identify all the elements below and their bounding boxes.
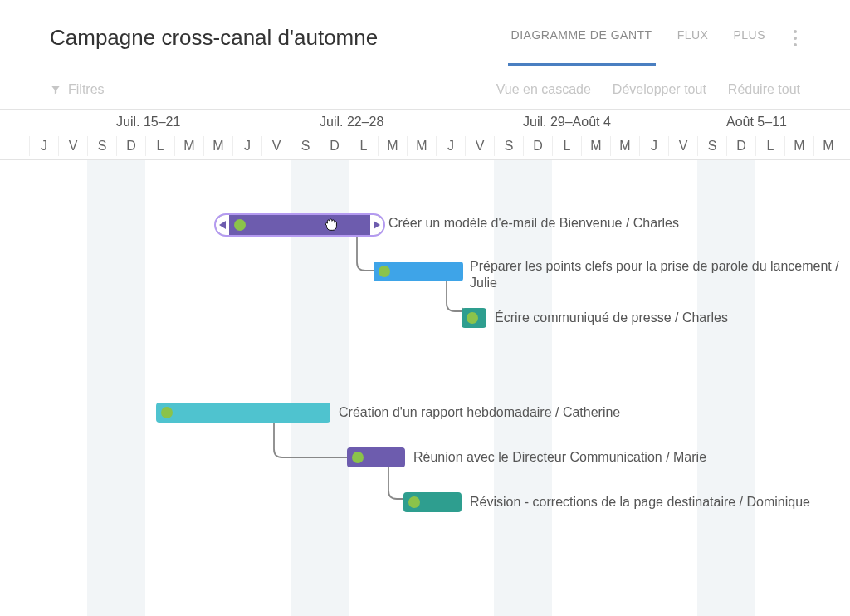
day-header-cell: M xyxy=(407,136,436,156)
day-header-cell: S xyxy=(87,136,116,156)
day-header-cell: L xyxy=(755,136,784,156)
day-header-cell: M xyxy=(174,136,203,156)
day-header-cell: L xyxy=(145,136,174,156)
gantt-bar-t4[interactable] xyxy=(156,403,330,423)
gantt-bar-t3[interactable] xyxy=(462,308,486,328)
day-header-cell: V xyxy=(58,136,87,156)
weekend-column xyxy=(116,160,145,616)
status-dot xyxy=(234,219,246,231)
day-header-cell: V xyxy=(261,136,291,156)
resize-handle-left[interactable] xyxy=(216,215,229,235)
timeline-header: Juil. 15–21Juil. 22–28Juil. 29–Août 4Aoû… xyxy=(0,109,850,160)
gantt-label-t2: Préparer les points clefs pour la prise … xyxy=(470,258,843,291)
gantt-label-t5: Réunion avec le Directeur Communication … xyxy=(413,449,706,466)
tab-flux[interactable]: FLUX xyxy=(677,28,709,48)
day-header-cell: D xyxy=(116,136,145,156)
gantt-bar-t6[interactable] xyxy=(403,492,462,512)
week-label: Juil. 22–28 xyxy=(320,115,383,130)
funnel-icon xyxy=(50,84,61,95)
week-label: Juil. 15–21 xyxy=(116,115,180,130)
status-dot xyxy=(408,496,420,508)
page-title: Campagne cross-canal d'automne xyxy=(50,25,511,51)
kebab-menu-icon[interactable] xyxy=(790,27,800,50)
resize-handle-right[interactable] xyxy=(370,215,383,235)
view-tabs: DIAGRAMME DE GANTT FLUX PLUS xyxy=(511,27,800,50)
gantt-label-t3: Écrire communiqué de presse / Charles xyxy=(495,310,728,326)
day-header-cell: V xyxy=(668,136,697,156)
day-header-cell: J xyxy=(436,136,465,156)
day-header-cell: M xyxy=(378,136,407,156)
day-header-cell: L xyxy=(552,136,581,156)
status-dot xyxy=(161,407,173,418)
tab-gantt[interactable]: DIAGRAMME DE GANTT xyxy=(511,28,652,48)
svg-marker-5 xyxy=(374,221,380,229)
filters-label: Filtres xyxy=(68,82,105,97)
collapse-all-link[interactable]: Réduire tout xyxy=(728,82,800,97)
expand-all-link[interactable]: Développer tout xyxy=(613,82,706,97)
week-label: Août 5–11 xyxy=(726,115,787,130)
tab-more[interactable]: PLUS xyxy=(733,28,765,48)
toolbar-right: Vue en cascade Développer tout Réduire t… xyxy=(496,82,800,97)
header: Campagne cross-canal d'automne DIAGRAMME… xyxy=(0,0,850,59)
day-header-cell: J xyxy=(232,136,261,156)
gantt-chart[interactable]: Créer un modèle d'e-mail de Bienvenue / … xyxy=(0,160,850,616)
day-header-cell: D xyxy=(726,136,755,156)
status-dot xyxy=(379,266,390,277)
gantt-label-t4: Création d'un rapport hebdomadaire / Cat… xyxy=(339,404,620,421)
day-header-cell: S xyxy=(494,136,523,156)
day-header-cell: J xyxy=(639,136,668,156)
day-header-cell: M xyxy=(610,136,639,156)
day-header-cell: S xyxy=(291,136,320,156)
day-header-cell: M xyxy=(203,136,232,156)
day-header-cell: M xyxy=(784,136,813,156)
status-dot xyxy=(467,312,478,324)
svg-marker-4 xyxy=(219,221,226,229)
toolbar: Filtres Vue en cascade Développer tout R… xyxy=(0,59,850,109)
day-header-cell: M xyxy=(581,136,610,156)
day-header-cell: J xyxy=(29,136,58,156)
filters-button[interactable]: Filtres xyxy=(50,82,105,97)
weekend-column xyxy=(697,160,726,616)
week-label: Juil. 29–Août 4 xyxy=(523,115,611,130)
day-header-cell: L xyxy=(349,136,378,156)
day-header-cell: D xyxy=(320,136,349,156)
weekend-column xyxy=(87,160,116,616)
day-header-cell: V xyxy=(465,136,494,156)
day-header-cell: D xyxy=(523,136,552,156)
day-header-cell: S xyxy=(697,136,726,156)
day-header-cell: M xyxy=(813,136,843,156)
gantt-bar-t1[interactable] xyxy=(214,213,385,237)
weekend-column xyxy=(726,160,755,616)
gantt-label-t1: Créer un modèle d'e-mail de Bienvenue / … xyxy=(388,215,679,232)
gantt-bar-t2[interactable] xyxy=(374,262,463,281)
gantt-bar-t5[interactable] xyxy=(347,447,405,467)
cascade-view-link[interactable]: Vue en cascade xyxy=(496,82,591,97)
gantt-label-t6: Révision - corrections de la page destin… xyxy=(470,494,810,511)
status-dot xyxy=(352,452,364,463)
